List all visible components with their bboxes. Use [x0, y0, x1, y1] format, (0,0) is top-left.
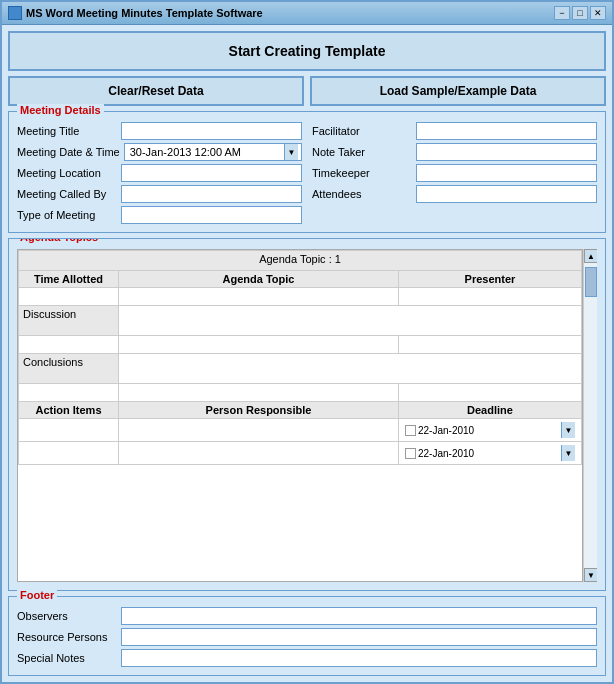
date-value-1: 22-Jan-2010 [418, 425, 474, 436]
discussion-row: Discussion [19, 306, 582, 336]
discussion-label: Discussion [19, 306, 119, 336]
agenda-topic-cell[interactable] [119, 288, 399, 306]
meeting-details-grid: Meeting Title Meeting Date & Time 30-Jan… [17, 122, 597, 224]
time-allotted-cell[interactable] [19, 288, 119, 306]
window-controls: − □ ✕ [554, 6, 606, 20]
attendees-row: Attendees [312, 185, 597, 203]
conclusions-row: Conclusions [19, 354, 582, 384]
deadline-header: Deadline [399, 402, 582, 419]
minimize-button[interactable]: − [554, 6, 570, 20]
resource-persons-input[interactable] [121, 628, 597, 646]
scroll-track [584, 263, 597, 568]
timekeeper-label: Timekeeper [312, 167, 412, 179]
title-bar-left: MS Word Meeting Minutes Template Softwar… [8, 6, 263, 20]
action-row-1: 22-Jan-2010 ▼ [19, 419, 582, 442]
time-allotted-header: Time Allotted [19, 271, 119, 288]
empty-cell-2 [119, 336, 399, 354]
discussion-content[interactable] [119, 306, 582, 336]
agenda-column-headers-row: Time Allotted Agenda Topic Presenter [19, 271, 582, 288]
meeting-date-value: 30-Jan-2013 12:00 AM [128, 146, 284, 158]
load-sample-button[interactable]: Load Sample/Example Data [310, 76, 606, 106]
person-responsible-header: Person Responsible [119, 402, 399, 419]
resource-persons-label: Resource Persons [17, 631, 117, 643]
special-notes-input[interactable] [121, 649, 597, 667]
close-button[interactable]: ✕ [590, 6, 606, 20]
attendees-input[interactable] [416, 185, 597, 203]
action-item-1[interactable] [19, 419, 119, 442]
agenda-topic-header: Agenda Topic : 1 [19, 251, 582, 271]
meeting-title-label: Meeting Title [17, 125, 117, 137]
special-notes-label: Special Notes [17, 652, 117, 664]
conclusions-label: Conclusions [19, 354, 119, 384]
meeting-details-label: Meeting Details [17, 104, 104, 116]
deadline-1[interactable]: 22-Jan-2010 ▼ [399, 419, 582, 442]
date-checkbox-2[interactable] [405, 448, 416, 459]
date-dropdown-1[interactable]: ▼ [561, 422, 575, 438]
person-responsible-1[interactable] [119, 419, 399, 442]
scroll-up-button[interactable]: ▲ [584, 249, 597, 263]
agenda-topic-header-col: Agenda Topic [119, 271, 399, 288]
footer-group: Footer Observers Resource Persons Specia… [8, 596, 606, 676]
create-template-button[interactable]: Start Creating Template [8, 31, 606, 71]
footer-fields: Observers Resource Persons Special Notes [17, 607, 597, 667]
conclusions-content[interactable] [119, 354, 582, 384]
empty-row-1 [19, 336, 582, 354]
main-window: MS Word Meeting Minutes Template Softwar… [0, 0, 614, 684]
empty-cell-1 [19, 336, 119, 354]
restore-button[interactable]: □ [572, 6, 588, 20]
action-item-2[interactable] [19, 442, 119, 465]
empty-row-2 [19, 384, 582, 402]
meeting-date-row: Meeting Date & Time 30-Jan-2013 12:00 AM… [17, 143, 302, 161]
clear-reset-button[interactable]: Clear/Reset Data [8, 76, 304, 106]
action-buttons-row: Clear/Reset Data Load Sample/Example Dat… [8, 76, 606, 106]
type-of-meeting-label: Type of Meeting [17, 209, 117, 221]
window-content: Start Creating Template Clear/Reset Data… [2, 25, 612, 682]
facilitator-row: Facilitator [312, 122, 597, 140]
meeting-title-input[interactable] [121, 122, 302, 140]
attendees-label: Attendees [312, 188, 412, 200]
meeting-location-label: Meeting Location [17, 167, 117, 179]
agenda-topic-header-row: Agenda Topic : 1 [19, 251, 582, 271]
meeting-called-by-label: Meeting Called By [17, 188, 117, 200]
date-cell-2: 22-Jan-2010 ▼ [403, 444, 577, 462]
observers-label: Observers [17, 610, 117, 622]
agenda-data-row-1 [19, 288, 582, 306]
meeting-details-group: Meeting Details Meeting Title Meeting Da… [8, 111, 606, 233]
date-dropdown-arrow[interactable]: ▼ [284, 144, 298, 160]
agenda-topics-group: Agenda Topics Agenda Topic : 1 Time Allo… [8, 238, 606, 591]
observers-input[interactable] [121, 607, 597, 625]
type-of-meeting-row: Type of Meeting [17, 206, 302, 224]
window-title: MS Word Meeting Minutes Template Softwar… [26, 7, 263, 19]
meeting-location-input[interactable] [121, 164, 302, 182]
empty-cell-4 [19, 384, 119, 402]
date-value-2: 22-Jan-2010 [418, 448, 474, 459]
meeting-location-row: Meeting Location [17, 164, 302, 182]
empty-cell-6 [399, 384, 582, 402]
agenda-scrollbar: ▲ ▼ [583, 249, 597, 582]
person-responsible-2[interactable] [119, 442, 399, 465]
note-taker-row: Note Taker [312, 143, 597, 161]
timekeeper-input[interactable] [416, 164, 597, 182]
meeting-details-right: Facilitator Note Taker Timekeeper Attend… [312, 122, 597, 224]
note-taker-label: Note Taker [312, 146, 412, 158]
facilitator-input[interactable] [416, 122, 597, 140]
scroll-down-button[interactable]: ▼ [584, 568, 597, 582]
action-items-header: Action Items [19, 402, 119, 419]
type-of-meeting-input[interactable] [121, 206, 302, 224]
deadline-2[interactable]: 22-Jan-2010 ▼ [399, 442, 582, 465]
date-dropdown-2[interactable]: ▼ [561, 445, 575, 461]
agenda-table: Agenda Topic : 1 Time Allotted Agenda To… [18, 250, 582, 465]
scroll-thumb[interactable] [585, 267, 597, 297]
meeting-date-input[interactable]: 30-Jan-2013 12:00 AM ▼ [124, 143, 302, 161]
date-checkbox-1[interactable] [405, 425, 416, 436]
note-taker-input[interactable] [416, 143, 597, 161]
facilitator-label: Facilitator [312, 125, 412, 137]
empty-cell-3 [399, 336, 582, 354]
meeting-called-by-input[interactable] [121, 185, 302, 203]
presenter-header: Presenter [399, 271, 582, 288]
meeting-date-label: Meeting Date & Time [17, 146, 120, 158]
action-items-header-row: Action Items Person Responsible Deadline [19, 402, 582, 419]
presenter-cell[interactable] [399, 288, 582, 306]
action-row-2: 22-Jan-2010 ▼ [19, 442, 582, 465]
empty-cell-5 [119, 384, 399, 402]
